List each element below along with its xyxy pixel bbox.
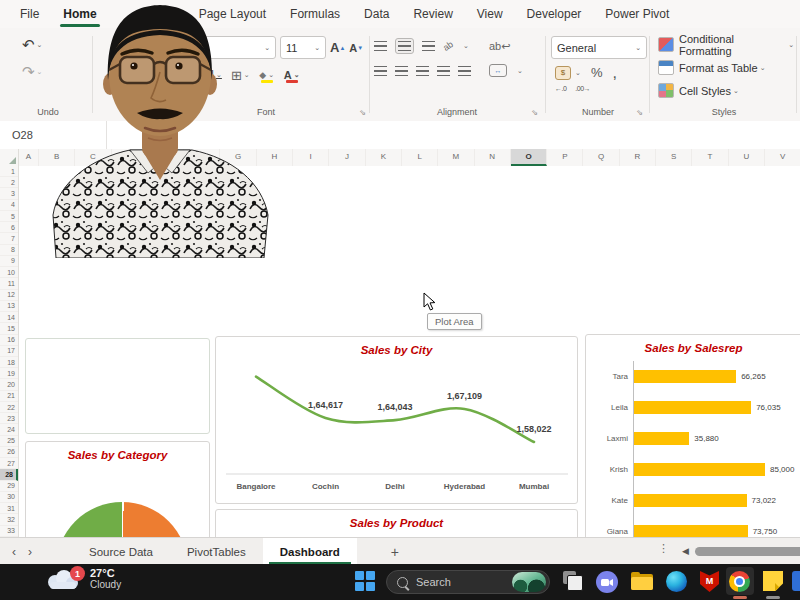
row-header-21[interactable]: 21: [0, 391, 18, 402]
row-header-26[interactable]: 26: [0, 447, 18, 458]
ribbon-tab-developer[interactable]: Developer: [515, 0, 594, 28]
increase-indent-button[interactable]: [458, 66, 471, 76]
ribbon-tab-formulas[interactable]: Formulas: [278, 0, 352, 28]
row-header-3[interactable]: 3: [0, 188, 18, 199]
row-header-11[interactable]: 11: [0, 278, 18, 289]
row-header-24[interactable]: 24: [0, 424, 18, 435]
align-bottom-button[interactable]: [422, 41, 435, 51]
new-sheet-button[interactable]: +: [375, 538, 415, 565]
row-header-1[interactable]: 1: [0, 166, 18, 177]
column-header-N[interactable]: N: [475, 149, 511, 166]
grow-font-button[interactable]: A▲: [330, 40, 345, 55]
mcafee-icon[interactable]: M: [700, 571, 719, 592]
edge-browser-icon[interactable]: [666, 571, 687, 592]
decrease-decimal-button[interactable]: .00→: [575, 85, 590, 92]
task-view-icon[interactable]: [563, 571, 583, 591]
sheet-nav-right[interactable]: ›: [28, 538, 44, 565]
row-header-32[interactable]: 32: [0, 514, 18, 525]
accounting-caret[interactable]: ⌄: [575, 69, 581, 77]
row-header-18[interactable]: 18: [0, 357, 18, 368]
row-header-30[interactable]: 30: [0, 492, 18, 503]
row-header-19[interactable]: 19: [0, 368, 18, 379]
row-header-22[interactable]: 22: [0, 402, 18, 413]
sheet-tab-pivottables[interactable]: PivotTables: [170, 538, 263, 565]
styles-button-cell-styles[interactable]: Cell Styles⌄: [654, 79, 794, 102]
row-header-14[interactable]: 14: [0, 312, 18, 323]
sheetbar-overflow-dots[interactable]: ⋮: [658, 542, 669, 555]
row-header-10[interactable]: 10: [0, 267, 18, 278]
row-header-28[interactable]: 28: [0, 469, 18, 480]
align-left-button[interactable]: [374, 66, 387, 76]
taskbar-search[interactable]: Search: [386, 570, 550, 594]
row-header-6[interactable]: 6: [0, 222, 18, 233]
wrap-text-button[interactable]: ab↩: [489, 40, 510, 53]
chrome-browser-icon[interactable]: [729, 571, 750, 592]
row-header-31[interactable]: 31: [0, 503, 18, 514]
column-header-Q[interactable]: Q: [583, 149, 619, 166]
row-header-5[interactable]: 5: [0, 211, 18, 222]
row-header-7[interactable]: 7: [0, 233, 18, 244]
align-center-button[interactable]: [395, 66, 408, 76]
chart-sales-by-city[interactable]: Sales by City 1,64,6171,64,0431,67,1091,…: [215, 336, 578, 504]
row-header-25[interactable]: 25: [0, 436, 18, 447]
column-header-R[interactable]: R: [620, 149, 656, 166]
accounting-format-button[interactable]: $: [555, 66, 571, 80]
column-header-A[interactable]: A: [19, 149, 39, 166]
select-all-corner[interactable]: [0, 149, 19, 166]
row-header-9[interactable]: 9: [0, 256, 18, 267]
row-header-13[interactable]: 13: [0, 301, 18, 312]
column-header-L[interactable]: L: [402, 149, 438, 166]
percent-style-button[interactable]: %: [591, 65, 603, 80]
row-header-27[interactable]: 27: [0, 458, 18, 469]
hscroll-left-arrow[interactable]: ◀: [682, 546, 689, 556]
row-header-17[interactable]: 17: [0, 346, 18, 357]
ribbon-tab-power-pivot[interactable]: Power Pivot: [593, 0, 681, 28]
row-header-4[interactable]: 4: [0, 200, 18, 211]
column-header-T[interactable]: T: [692, 149, 728, 166]
shrink-font-button[interactable]: A▼: [349, 42, 363, 54]
styles-button-format-as-table[interactable]: Format as Table⌄: [654, 56, 794, 79]
chart-partially-hidden[interactable]: [25, 338, 210, 434]
row-header-16[interactable]: 16: [0, 335, 18, 346]
row-header-20[interactable]: 20: [0, 379, 18, 390]
row-header-8[interactable]: 8: [0, 245, 18, 256]
number-dialog-launcher[interactable]: ⇘: [636, 108, 643, 117]
redo-button[interactable]: ↷⌄: [22, 63, 42, 81]
comma-style-button[interactable]: ,: [612, 70, 616, 76]
row-header-15[interactable]: 15: [0, 323, 18, 334]
column-header-M[interactable]: M: [438, 149, 474, 166]
start-button[interactable]: [355, 571, 375, 591]
font-size-select[interactable]: 11⌄: [280, 36, 326, 59]
column-header-J[interactable]: J: [329, 149, 365, 166]
orientation-button[interactable]: ab: [441, 39, 455, 53]
sheet-nav-left[interactable]: ‹: [0, 538, 28, 565]
align-right-button[interactable]: [416, 66, 429, 76]
ribbon-tab-review[interactable]: Review: [401, 0, 464, 28]
decrease-indent-button[interactable]: [437, 66, 450, 76]
ribbon-tab-data[interactable]: Data: [352, 0, 401, 28]
row-header-33[interactable]: 33: [0, 526, 18, 537]
increase-decimal-button[interactable]: ←.0: [555, 85, 566, 92]
column-header-U[interactable]: U: [729, 149, 765, 166]
file-explorer-icon[interactable]: [631, 571, 653, 593]
chat-icon[interactable]: [596, 571, 618, 593]
number-format-select[interactable]: General⌄: [551, 36, 647, 59]
font-color-button[interactable]: A⌄: [284, 67, 300, 83]
row-header-12[interactable]: 12: [0, 290, 18, 301]
align-top-button[interactable]: [374, 41, 387, 51]
undo-button[interactable]: ↶⌄: [22, 36, 42, 54]
horizontal-scrollbar-thumb[interactable]: [695, 547, 800, 556]
ribbon-tab-file[interactable]: File: [8, 0, 51, 28]
row-header-23[interactable]: 23: [0, 413, 18, 424]
column-header-V[interactable]: V: [765, 149, 800, 166]
styles-button-conditional-formatting[interactable]: Conditional Formatting⌄: [654, 33, 794, 56]
taskbar-weather-widget[interactable]: 1 27°C Cloudy: [42, 567, 121, 591]
ribbon-tab-view[interactable]: View: [465, 0, 515, 28]
column-header-K[interactable]: K: [366, 149, 402, 166]
column-header-I[interactable]: I: [293, 149, 329, 166]
merge-center-button[interactable]: ↔: [489, 64, 507, 77]
column-header-O[interactable]: O: [511, 149, 547, 166]
column-header-P[interactable]: P: [547, 149, 583, 166]
alignment-dialog-launcher[interactable]: ⇘: [531, 108, 538, 117]
partial-app-icon[interactable]: [792, 571, 800, 591]
